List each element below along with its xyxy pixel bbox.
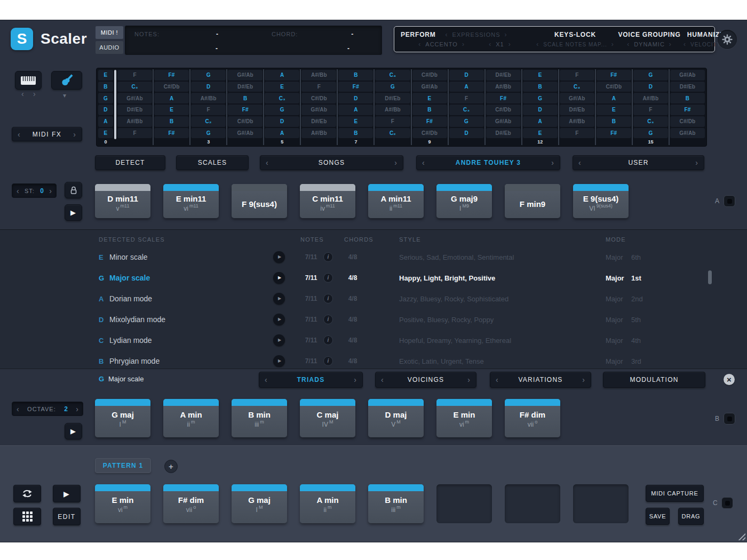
- guitar-fretboard[interactable]: EBGDAE0FC₃G#/AbD#/EbA#/BbFF#C#/DbAEBF#GD…: [96, 68, 707, 147]
- fret-cell[interactable]: E: [523, 70, 558, 81]
- pattern-1-tab[interactable]: PATTERN 1: [95, 458, 151, 473]
- pad-view-button[interactable]: [13, 508, 41, 525]
- info-icon[interactable]: [323, 315, 333, 324]
- info-icon[interactable]: [323, 335, 333, 345]
- chord-card[interactable]: A min11 iim11: [368, 184, 424, 218]
- fret-cell[interactable]: D#/Eb: [375, 93, 410, 103]
- fret-cell[interactable]: G#/Ab: [301, 105, 336, 115]
- fret-cell[interactable]: A: [597, 93, 631, 103]
- fret-cell[interactable]: F#: [486, 93, 521, 103]
- chord-card[interactable]: F min9: [505, 184, 560, 218]
- fret-cell[interactable]: F#: [154, 128, 189, 139]
- fret-cell[interactable]: D#/Eb: [560, 105, 594, 115]
- loop-button[interactable]: [13, 485, 41, 502]
- fret-cell[interactable]: F: [560, 128, 594, 139]
- fret-cell[interactable]: A#/Bb: [301, 70, 336, 81]
- chevron-left-icon[interactable]: [536, 41, 539, 47]
- fret-cell[interactable]: C₃: [117, 82, 152, 92]
- chevron-right-icon[interactable]: [508, 41, 511, 47]
- fret-cell[interactable]: G: [191, 70, 226, 81]
- fret-cell[interactable]: G#/Ab: [412, 82, 447, 92]
- chevron-right-icon[interactable]: [76, 405, 78, 413]
- fret-cell[interactable]: B: [338, 70, 373, 81]
- scale-row[interactable]: B Phrygian mode 7/11 4/8 Exotic, Latin, …: [95, 350, 703, 367]
- fret-cell[interactable]: B: [98, 82, 113, 92]
- fret-cell[interactable]: D: [265, 116, 299, 127]
- fret-cell[interactable]: F#: [154, 70, 189, 81]
- fret-cell[interactable]: F: [301, 82, 336, 92]
- fret-cell[interactable]: A: [523, 116, 558, 127]
- fret-cell[interactable]: C₄: [375, 70, 410, 81]
- fret-cell[interactable]: D: [338, 93, 373, 103]
- fret-cell[interactable]: C₂: [375, 128, 410, 139]
- fret-cell[interactable]: G: [449, 116, 484, 127]
- fret-cell[interactable]: D#/Eb: [301, 116, 336, 127]
- fret-cell[interactable]: F#: [597, 128, 631, 139]
- fret-cell[interactable]: C#/Db: [670, 116, 705, 127]
- scales-button[interactable]: SCALES: [176, 155, 249, 170]
- fret-cell[interactable]: C₃: [449, 105, 484, 115]
- chevron-right-icon[interactable]: [73, 131, 76, 138]
- fret-cell[interactable]: A#/Bb: [191, 93, 226, 103]
- chord-card[interactable]: C maj IVM: [300, 399, 355, 437]
- fret-cell[interactable]: E: [523, 128, 558, 139]
- fret-cell[interactable]: C₄: [560, 82, 594, 92]
- scale-row[interactable]: C Lydian mode 7/11 4/8 Hopeful, Dreamy, …: [95, 330, 703, 350]
- play-section-a-button[interactable]: [65, 204, 82, 221]
- fret-cell[interactable]: A#/Bb: [375, 105, 410, 115]
- fret-cell[interactable]: F: [117, 70, 152, 81]
- chord-card[interactable]: E min vim: [95, 484, 150, 523]
- scales-scrollbar[interactable]: [708, 270, 712, 284]
- fret-cell[interactable]: D#/Eb: [486, 70, 521, 81]
- drag-button[interactable]: DRAG: [678, 508, 704, 525]
- fret-cell[interactable]: B: [523, 82, 558, 92]
- fret-cell[interactable]: C#/Db: [486, 105, 521, 115]
- chevron-right-icon[interactable]: [394, 159, 398, 166]
- fret-cell[interactable]: B: [412, 105, 447, 115]
- fret-cell[interactable]: C₂: [191, 116, 226, 127]
- tab-modulation[interactable]: MODULATION: [603, 372, 705, 388]
- expressions-selector[interactable]: EXPRESSIONS: [446, 31, 507, 38]
- fret-cell[interactable]: F: [117, 128, 152, 139]
- fret-cell[interactable]: B: [597, 116, 631, 127]
- add-pattern-button[interactable]: [164, 460, 178, 473]
- chevron-left-icon[interactable]: [684, 41, 686, 47]
- info-icon[interactable]: [323, 294, 333, 303]
- keys-lock-selector[interactable]: SCALE NOTES MAP...: [536, 41, 614, 47]
- fret-cell[interactable]: F: [560, 70, 594, 81]
- fret-cell[interactable]: F#: [670, 105, 705, 115]
- multiplier-selector[interactable]: X1: [489, 41, 511, 47]
- fret-cell[interactable]: E: [154, 105, 189, 115]
- detect-button[interactable]: DETECT: [95, 155, 165, 170]
- fret-cell[interactable]: C₃: [265, 93, 299, 103]
- tab-variations[interactable]: VARIATIONS: [490, 372, 591, 388]
- fret-cell[interactable]: A#/Bb: [117, 116, 152, 127]
- settings-gear-button[interactable]: [718, 30, 737, 49]
- lock-button[interactable]: [65, 182, 82, 198]
- fret-cell[interactable]: C#/Db: [412, 128, 447, 139]
- chevron-right-icon[interactable]: [669, 41, 672, 47]
- play-pattern-button[interactable]: [53, 485, 81, 502]
- chord-card[interactable]: G maj IM: [232, 484, 287, 523]
- midi-input-tab[interactable]: MIDI !: [95, 26, 124, 39]
- keyboard-view-button[interactable]: [15, 71, 42, 90]
- chord-card[interactable]: E min vim: [436, 399, 492, 437]
- fret-cell[interactable]: E: [98, 128, 113, 139]
- fret-cell[interactable]: B: [338, 128, 373, 139]
- fret-cell[interactable]: A: [449, 82, 484, 92]
- chevron-right-icon[interactable]: [582, 376, 585, 383]
- empty-chord-slot[interactable]: [436, 484, 492, 523]
- chord-card[interactable]: G maj IM: [95, 399, 150, 437]
- chord-card[interactable]: F# dim viio: [163, 484, 219, 523]
- fret-cell[interactable]: G#/Ab: [486, 116, 521, 127]
- fret-cell[interactable]: G: [191, 128, 226, 139]
- info-icon[interactable]: [323, 273, 333, 283]
- fret-cell[interactable]: B: [154, 116, 189, 127]
- fret-cell[interactable]: F: [449, 93, 484, 103]
- chevron-left-icon[interactable]: [17, 187, 19, 195]
- voice-grouping-selector[interactable]: DYNAMIC: [627, 41, 672, 47]
- scale-play-button[interactable]: [273, 355, 285, 367]
- chord-card[interactable]: D min11 vm11: [95, 184, 150, 218]
- fret-cell[interactable]: F#: [228, 105, 263, 115]
- audio-input-tab[interactable]: AUDIO: [95, 41, 124, 54]
